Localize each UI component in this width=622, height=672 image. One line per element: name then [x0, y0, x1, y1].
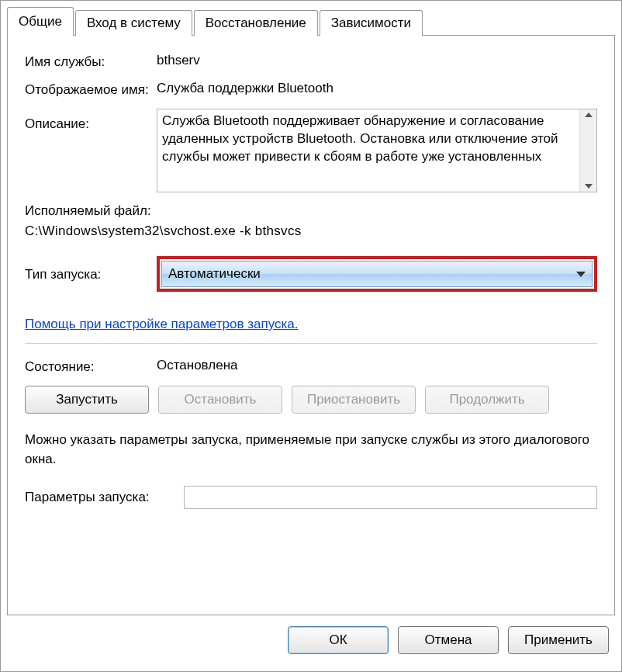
executable-path: C:\Windows\system32\svchost.exe -k bthsv…: [25, 223, 597, 239]
start-params-label: Параметры запуска:: [25, 490, 184, 505]
executable-label: Исполняемый файл:: [25, 203, 597, 219]
cancel-button[interactable]: Отмена: [398, 626, 499, 654]
dialog-button-bar: ОК Отмена Применить: [7, 615, 615, 667]
tab-general[interactable]: Общие: [7, 7, 74, 36]
startup-type-highlight: Автоматически: [157, 256, 597, 292]
chevron-down-icon: [576, 272, 586, 277]
tab-strip: Общие Вход в систему Восстановление Зави…: [7, 7, 615, 35]
service-name-label: Имя службы:: [25, 53, 157, 70]
tab-logon[interactable]: Вход в систему: [75, 10, 192, 36]
scroll-up-icon[interactable]: [585, 113, 593, 117]
stop-button: Остановить: [158, 386, 282, 414]
startup-help-link[interactable]: Помощь при настройке параметров запуска.: [25, 317, 298, 332]
apply-button[interactable]: Применить: [508, 626, 609, 654]
status-value: Остановлена: [157, 358, 597, 373]
startup-type-label: Тип запуска:: [25, 265, 157, 282]
tab-panel-general: Имя службы: bthserv Отображаемое имя: Сл…: [7, 35, 615, 615]
status-label: Состояние:: [25, 358, 157, 375]
pause-button: Приостановить: [292, 386, 416, 414]
resume-button: Продолжить: [425, 386, 549, 414]
scroll-down-icon[interactable]: [585, 184, 593, 189]
start-params-note: Можно указать параметры запуска, применя…: [25, 431, 597, 469]
startup-type-dropdown[interactable]: Автоматически: [161, 261, 593, 287]
description-text: Служба Bluetooth поддерживает обнаружени…: [157, 109, 579, 192]
startup-type-value: Автоматически: [168, 266, 261, 282]
service-name-value: bthserv: [157, 53, 597, 68]
start-button[interactable]: Запустить: [25, 386, 149, 414]
ok-button[interactable]: ОК: [288, 626, 389, 654]
display-name-value: Служба поддержки Bluetooth: [157, 81, 597, 96]
divider: [25, 343, 597, 344]
start-params-input[interactable]: [184, 486, 597, 509]
description-scrollbar[interactable]: [579, 109, 596, 192]
description-box: Служба Bluetooth поддерживает обнаружени…: [157, 109, 597, 192]
description-label: Описание:: [25, 109, 157, 132]
display-name-label: Отображаемое имя:: [25, 81, 157, 98]
tab-dependencies[interactable]: Зависимости: [320, 10, 423, 36]
service-properties-dialog: Общие Вход в систему Восстановление Зави…: [0, 0, 622, 672]
tab-recovery[interactable]: Восстановление: [194, 10, 318, 36]
